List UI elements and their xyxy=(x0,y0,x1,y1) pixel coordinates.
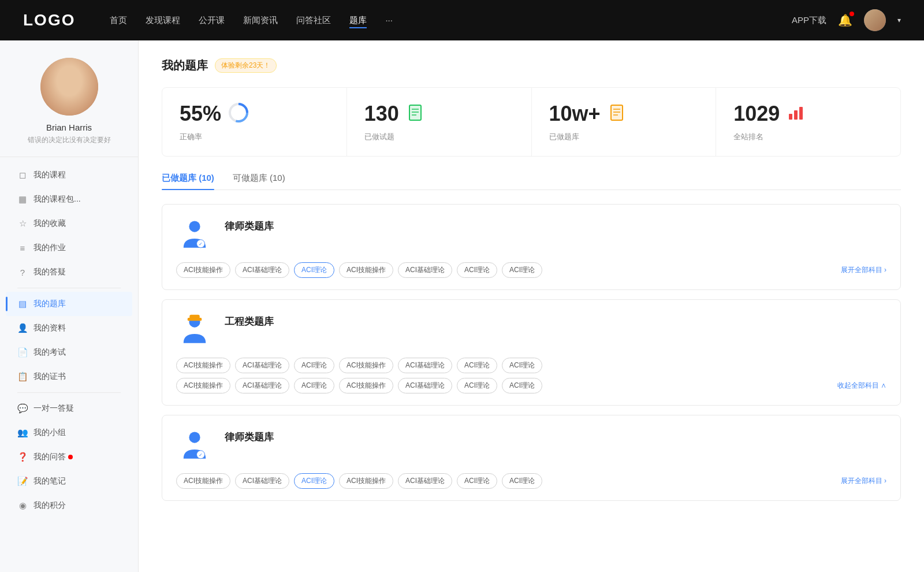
user-avatar-nav[interactable] xyxy=(864,9,886,31)
logo[interactable]: LOGO xyxy=(23,11,75,29)
tag-eng2-1[interactable]: ACI技能操作 xyxy=(176,378,230,393)
svg-point-22 xyxy=(189,432,200,443)
sidebar-item-my-data[interactable]: 👤 我的资料 xyxy=(6,316,132,340)
svg-point-16 xyxy=(189,221,200,232)
sidebar-item-my-points[interactable]: ◉ 我的积分 xyxy=(6,493,132,518)
tag-eng2-3[interactable]: ACI理论 xyxy=(294,378,334,393)
tags-row-lawyer2: ACI技能操作 ACI基础理论 ACI理论 ACI技能操作 ACI基础理论 AC… xyxy=(176,473,836,489)
bank-card-lawyer: ✓ 律师类题库 ACI技能操作 ACI基础理论 ACI理论 ACI技能操作 AC… xyxy=(162,204,901,290)
stat-value-done: 130 xyxy=(364,102,399,126)
one-on-one-icon: 💬 xyxy=(17,403,28,414)
avatar-face xyxy=(40,58,98,116)
tag-eng2-4[interactable]: ACI技能操作 xyxy=(339,378,393,393)
nav-news[interactable]: 新闻资讯 xyxy=(243,13,278,28)
nav-home[interactable]: 首页 xyxy=(110,13,127,28)
tag-eng2-5[interactable]: ACI基础理论 xyxy=(398,378,452,393)
svg-text:✓: ✓ xyxy=(199,242,203,247)
points-icon: ◉ xyxy=(17,500,28,511)
expand-link-lawyer2[interactable]: 展开全部科目 › xyxy=(841,474,886,488)
sidebar-item-question-bank[interactable]: ▤ 我的题库 xyxy=(6,292,132,316)
sidebar-item-homework[interactable]: ≡ 我的作业 xyxy=(6,236,132,260)
svg-rect-14 xyxy=(794,110,798,120)
tag-lawyer2-5[interactable]: ACI基础理论 xyxy=(398,473,452,489)
sidebar-item-my-notes[interactable]: 📝 我的笔记 xyxy=(6,469,132,493)
navbar: LOGO 首页 发现课程 公开课 新闻资讯 问答社区 题库 ··· APP下载 … xyxy=(0,0,924,40)
tab-available-banks[interactable]: 可做题库 (10) xyxy=(233,173,285,190)
engineer-icon xyxy=(176,311,213,348)
doc2-icon xyxy=(608,103,626,124)
trial-badge: 体验剩余23天！ xyxy=(215,58,277,73)
tag-lawyer2-7[interactable]: ACI理论 xyxy=(502,473,542,489)
user-menu-arrow[interactable]: ▾ xyxy=(897,16,901,24)
tag-eng2-7[interactable]: ACI理论 xyxy=(502,378,542,393)
tag-eng-6[interactable]: ACI理论 xyxy=(457,358,497,373)
nav-discover[interactable]: 发现课程 xyxy=(146,13,180,28)
tag-eng-7[interactable]: ACI理论 xyxy=(502,358,542,373)
tag-lawyer-4[interactable]: ACI技能操作 xyxy=(339,262,393,278)
tags-row-lawyer: ACI技能操作 ACI基础理论 ACI理论 ACI技能操作 ACI基础理论 AC… xyxy=(176,262,836,278)
tag-lawyer2-3[interactable]: ACI理论 xyxy=(294,473,334,489)
nav-more[interactable]: ··· xyxy=(385,13,393,28)
sidebar-item-course-package[interactable]: ▦ 我的课程包... xyxy=(6,187,132,211)
bank-title-lawyer2: 律师类题库 xyxy=(225,427,274,444)
sidebar-divider-1 xyxy=(17,288,121,288)
avatar-image xyxy=(864,9,886,31)
sidebar-item-my-exam[interactable]: 📄 我的考试 xyxy=(6,340,132,365)
sidebar-item-certificate[interactable]: 📋 我的证书 xyxy=(6,365,132,389)
app-download-button[interactable]: APP下载 xyxy=(792,15,826,26)
tag-lawyer-1[interactable]: ACI技能操作 xyxy=(176,262,230,278)
notes-icon: 📝 xyxy=(17,476,28,486)
stat-done-questions: 130 已做试题 xyxy=(347,88,532,156)
bank-card-header-lawyer: ✓ 律师类题库 xyxy=(176,216,886,253)
sidebar-item-my-group[interactable]: 👥 我的小组 xyxy=(6,421,132,445)
bank-card-lawyer2: ✓ 律师类题库 ACI技能操作 ACI基础理论 ACI理论 ACI技能操作 AC… xyxy=(162,415,901,501)
collapse-link-engineer[interactable]: 收起全部科目 ∧ xyxy=(837,381,886,391)
tag-lawyer-2[interactable]: ACI基础理论 xyxy=(235,262,289,278)
sidebar-item-my-qa[interactable]: ? 我的答疑 xyxy=(6,260,132,284)
stat-top-banks: 10w+ xyxy=(549,102,699,126)
sidebar-item-one-on-one[interactable]: 💬 一对一答疑 xyxy=(6,396,132,421)
sidebar-item-favorites[interactable]: ☆ 我的收藏 xyxy=(6,211,132,236)
doc-icon xyxy=(406,103,424,124)
tag-eng-4[interactable]: ACI技能操作 xyxy=(339,358,393,373)
tag-lawyer2-4[interactable]: ACI技能操作 xyxy=(339,473,393,489)
exam-icon: 📄 xyxy=(17,347,28,358)
stat-top-accuracy: 55% xyxy=(180,102,329,126)
svg-rect-21 xyxy=(188,318,202,321)
sidebar-profile: Brian Harris 错误的决定比没有决定要好 xyxy=(0,58,138,157)
stat-label-accuracy: 正确率 xyxy=(180,132,329,142)
tag-eng-2[interactable]: ACI基础理论 xyxy=(235,358,289,373)
sidebar-item-my-questions[interactable]: ❓ 我的问答 xyxy=(6,445,132,469)
nav-qa[interactable]: 问答社区 xyxy=(296,13,331,28)
notification-bell[interactable]: 🔔 xyxy=(838,13,852,27)
stat-top-rank: 1029 xyxy=(733,102,883,126)
nav-question-bank[interactable]: 题库 xyxy=(349,13,367,28)
tag-eng-1[interactable]: ACI技能操作 xyxy=(176,358,230,373)
tab-done-banks[interactable]: 已做题库 (10) xyxy=(162,173,214,190)
questions-icon: ❓ xyxy=(17,452,28,462)
tag-eng2-2[interactable]: ACI基础理论 xyxy=(235,378,289,393)
sidebar-divider-2 xyxy=(17,392,121,393)
data-icon: 👤 xyxy=(17,323,28,333)
tag-lawyer-3[interactable]: ACI理论 xyxy=(294,262,334,278)
sidebar-item-my-course[interactable]: ◻ 我的课程 xyxy=(6,163,132,187)
nav-open-course[interactable]: 公开课 xyxy=(199,13,225,28)
tag-lawyer2-1[interactable]: ACI技能操作 xyxy=(176,473,230,489)
expand-link-lawyer[interactable]: 展开全部科目 › xyxy=(841,263,886,277)
nav-menu: 首页 发现课程 公开课 新闻资讯 问答社区 题库 ··· xyxy=(110,13,792,28)
bank-card-header-engineer: 工程类题库 xyxy=(176,311,886,348)
tag-lawyer-5[interactable]: ACI基础理论 xyxy=(398,262,452,278)
bank-card-engineer: 工程类题库 ACI技能操作 ACI基础理论 ACI理论 ACI技能操作 ACI基… xyxy=(162,299,901,406)
tag-eng2-6[interactable]: ACI理论 xyxy=(457,378,497,393)
tabs-row: 已做题库 (10) 可做题库 (10) xyxy=(162,173,901,190)
tag-lawyer2-2[interactable]: ACI基础理论 xyxy=(235,473,289,489)
tag-lawyer2-6[interactable]: ACI理论 xyxy=(457,473,497,489)
tag-lawyer-6[interactable]: ACI理论 xyxy=(457,262,497,278)
star-icon: ☆ xyxy=(17,218,28,229)
tag-eng-5[interactable]: ACI基础理论 xyxy=(398,358,452,373)
stat-done-banks: 10w+ 已做题库 xyxy=(532,88,717,156)
sidebar-menu: ◻ 我的课程 ▦ 我的课程包... ☆ 我的收藏 ≡ 我的作业 ? 我的答疑 ▤ xyxy=(0,163,138,518)
tag-lawyer-7[interactable]: ACI理论 xyxy=(502,262,542,278)
stat-rank: 1029 全站排名 xyxy=(716,88,900,156)
tag-eng-3[interactable]: ACI理论 xyxy=(294,358,334,373)
